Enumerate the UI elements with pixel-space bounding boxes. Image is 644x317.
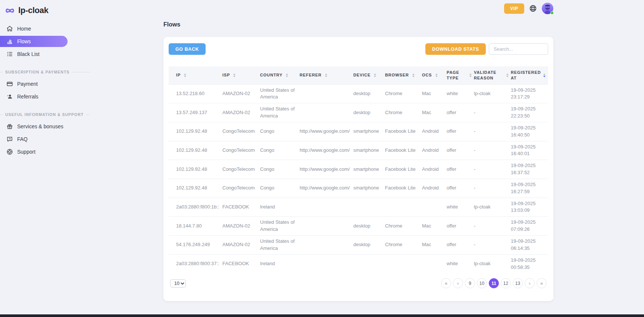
card-toolbar: GO BACK DOWNLOAD STATS (169, 43, 548, 55)
sort-icon[interactable] (543, 73, 545, 77)
sidebar-item-services-bonuses[interactable]: Services & bonuses (0, 121, 68, 132)
cell-country: Ireland (260, 198, 300, 217)
mask-icon (5, 7, 15, 14)
column-header-device[interactable]: DEVICE (353, 66, 385, 84)
cell-ocs: Android (422, 122, 447, 141)
sidebar-item-support[interactable]: Support (0, 146, 68, 157)
cell-browser: Chrome (385, 84, 422, 103)
page-title: Flows (163, 21, 553, 28)
sidebar-item-label: Support (17, 149, 35, 155)
faq-bubble-icon: ?! (6, 136, 13, 142)
column-label: VALIDATE REASON (474, 70, 503, 81)
table-row: 13.52.218.60AMAZON-02United States of Am… (169, 84, 548, 103)
pagination-page-10[interactable]: 10 (477, 278, 487, 288)
cell-referer (300, 103, 353, 122)
column-header-registered-at[interactable]: REGISTERED AT (511, 66, 548, 84)
sort-icon[interactable] (374, 73, 376, 77)
cell-referer: http://www.google.com/ (300, 122, 353, 141)
svg-text:?!: ?! (9, 138, 11, 140)
cell-registered-at: 19-09-202513:03:09 (511, 198, 548, 217)
sidebar-item-flows[interactable]: Flows (0, 36, 68, 47)
sort-icon[interactable] (286, 73, 288, 77)
cell-country: Congo (260, 141, 300, 160)
cell-browser: Chrome (385, 103, 422, 122)
cell-page-type: offer (447, 122, 474, 141)
cell-referer (300, 84, 353, 103)
cell-page-type: offer (447, 236, 474, 255)
column-header-browser[interactable]: BROWSER (385, 66, 422, 84)
user-avatar[interactable] (542, 3, 553, 14)
cell-isp: AMAZON-02 (222, 217, 260, 236)
sort-icon[interactable] (184, 73, 186, 77)
pagination-first-button[interactable]: « (441, 278, 451, 288)
lifebuoy-icon (6, 148, 13, 155)
pagination-page-9[interactable]: 9 (465, 278, 475, 288)
cell-registered-at: 19-09-202516:40:50 (511, 122, 548, 141)
vip-button[interactable]: VIP (504, 3, 524, 14)
cell-ip: 54.176.249.249 (169, 236, 222, 255)
sidebar-item-black-list[interactable]: Black List (0, 48, 68, 60)
pagination-next-button[interactable]: › (525, 278, 535, 288)
cell-validate-reason: lp-cloak (474, 198, 511, 217)
cell-isp: FACEBOOK (222, 254, 260, 273)
sort-icon[interactable] (412, 73, 415, 77)
pagination-last-button[interactable]: » (537, 278, 547, 288)
cell-referer: http://www.google.com/ (300, 160, 353, 179)
rows-per-page-select[interactable]: 10 (170, 279, 186, 288)
cell-ocs: Mac (422, 103, 447, 122)
cell-browser: Facebook Lite (385, 141, 422, 160)
column-header-validate-reason[interactable]: VALIDATE REASON (474, 66, 511, 84)
sort-icon[interactable] (435, 73, 438, 77)
gift-icon (6, 123, 13, 130)
download-stats-button[interactable]: DOWNLOAD STATS (425, 43, 486, 55)
table-head: IPISPCOUNTRYREFERERDEVICEBROWSEROCSPAGE … (169, 66, 548, 84)
column-header-ocs[interactable]: OCS (422, 66, 447, 84)
cell-validate-reason: - (474, 141, 511, 160)
cell-registered-at: 19-09-202500:58:35 (511, 254, 548, 273)
sidebar-item-referrals[interactable]: Referrals (0, 91, 68, 102)
cell-browser: Chrome (385, 236, 422, 255)
cell-ocs (422, 254, 447, 273)
sidebar-item-label: Referrals (17, 94, 38, 100)
sidebar-item-faq[interactable]: ?! FAQ (0, 134, 68, 145)
search-input[interactable] (489, 43, 548, 55)
sort-icon[interactable] (325, 73, 327, 77)
cell-country: Congo (260, 160, 300, 179)
globe-icon[interactable] (529, 4, 537, 12)
sidebar-item-home[interactable]: Home (0, 23, 68, 34)
column-header-ip[interactable]: IP (169, 66, 222, 84)
sort-icon[interactable] (469, 73, 472, 77)
cell-device (353, 254, 385, 273)
cell-validate-reason: - (474, 103, 511, 122)
pagination-page-11[interactable]: 11 (489, 278, 499, 288)
cell-ip: 18.144.7.80 (169, 217, 222, 236)
cell-isp: CongoTelecom (222, 141, 260, 160)
pagination-page-13[interactable]: 13 (513, 278, 523, 288)
cell-device: desktop (353, 236, 385, 255)
column-header-country[interactable]: COUNTRY (260, 66, 300, 84)
cell-page-type: offer (447, 141, 474, 160)
cell-referer: http://www.google.com/ (300, 179, 353, 198)
column-header-page-type[interactable]: PAGE TYPE (447, 66, 474, 84)
column-label: ISP (222, 72, 230, 78)
cell-registered-at: 19-09-202516:27:59 (511, 179, 548, 198)
column-header-referer[interactable]: REFERER (300, 66, 353, 84)
cell-registered-at: 19-09-202522:23:50 (511, 103, 548, 122)
sort-icon[interactable] (506, 73, 509, 77)
pagination-prev-button[interactable]: ‹ (453, 278, 463, 288)
pagination-page-12[interactable]: 12 (501, 278, 511, 288)
sidebar-item-payment[interactable]: Payment (0, 78, 68, 90)
cell-page-type: white (447, 198, 474, 217)
cell-page-type: offer (447, 103, 474, 122)
cell-device: smartphone (353, 179, 385, 198)
go-back-button[interactable]: GO BACK (169, 43, 206, 55)
sort-icon[interactable] (233, 73, 235, 77)
cell-referer (300, 254, 353, 273)
column-header-isp[interactable]: ISP (222, 66, 260, 84)
cell-ip: 102.129.92.48 (169, 122, 222, 141)
cell-ip: 13.52.218.60 (169, 84, 222, 103)
cell-isp: AMAZON-02 (222, 103, 260, 122)
table-row: 13.57.249.137AMAZON-02United States of A… (169, 103, 548, 122)
cell-registered-at: 19-09-202506:14:35 (511, 236, 548, 255)
cell-page-type: offer (447, 217, 474, 236)
